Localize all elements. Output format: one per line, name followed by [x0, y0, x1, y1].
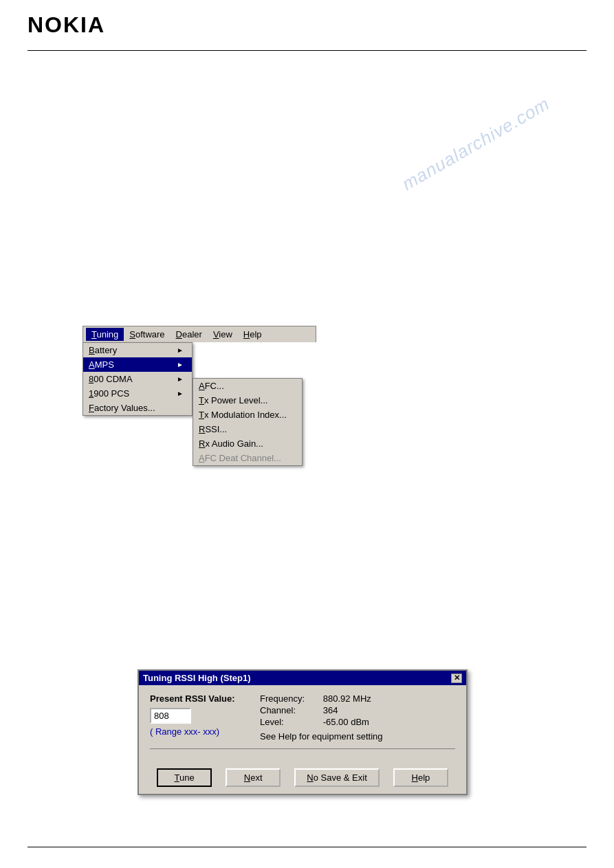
dropdown-battery-label: Battery — [89, 345, 117, 355]
dropdown-800cdma-label: 800 CDMA — [89, 374, 133, 384]
tuning-rssi-dialog: Tuning RSSI High (Step1) ✕ Present RSSI … — [138, 669, 468, 795]
submenu-tx-power-label: Tx Power Level... — [199, 395, 267, 405]
menubar: Tuning Software Dealer View Help — [83, 326, 316, 342]
amps-submenu: AFC... Tx Power Level... Tx Modulation I… — [193, 378, 303, 466]
submenu-tx-power-level[interactable]: Tx Power Level... — [193, 393, 302, 408]
nokia-logo: NOKIA — [28, 12, 586, 38]
menu-tuning-label: Tuning — [91, 329, 118, 340]
main-content: manualarchive.com Tuning Software Dealer… — [0, 51, 614, 430]
menu-view[interactable]: View — [208, 328, 238, 341]
no-save-exit-label: No Save & Exit — [307, 772, 366, 783]
help-button-label: Help — [412, 772, 430, 783]
dialog-buttons: Tune Next No Save & Exit Help — [139, 764, 466, 794]
watermark: manualarchive.com — [398, 93, 553, 194]
frequency-grid: Frequency: 880.92 MHz Channel: 364 Level… — [260, 693, 383, 727]
help-button[interactable]: Help — [393, 768, 448, 787]
rssi-value-input[interactable] — [150, 708, 191, 724]
dropdown-amps[interactable]: AMPS ► — [83, 357, 192, 372]
footer-divider — [28, 847, 586, 847]
dropdown-800cdma[interactable]: 800 CDMA ► — [83, 372, 192, 386]
menu-help-label: Help — [243, 329, 262, 340]
submenu-rx-audio-gain[interactable]: Rx Audio Gain... — [193, 436, 302, 451]
dialog-body: Present RSSI Value: ( Range xxx- xxx) Fr… — [139, 685, 466, 764]
channel-value: 364 — [323, 705, 383, 715]
help-text: See Help for equipment setting — [260, 731, 383, 742]
dropdown-factory-values[interactable]: Factory Values... — [83, 401, 192, 415]
menu-software-label: Software — [129, 329, 164, 340]
no-save-exit-button[interactable]: No Save & Exit — [294, 768, 379, 787]
dropdown-1900pcs-label: 1900 PCS — [89, 388, 129, 399]
dropdown-container: Battery ► AMPS ► 800 CDMA ► 1900 PCS ► F… — [83, 342, 316, 416]
submenu-rx-audio-label: Rx Audio Gain... — [199, 438, 263, 449]
dropdown-battery[interactable]: Battery ► — [83, 343, 192, 357]
frequency-value: 880.92 MHz — [323, 693, 383, 704]
tune-button-label: Tune — [174, 772, 194, 783]
menu-dealer-label: Dealer — [176, 329, 202, 340]
level-label: Level: — [260, 717, 316, 727]
next-button[interactable]: Next — [226, 768, 281, 787]
menu-area: Tuning Software Dealer View Help Battery… — [83, 326, 316, 416]
tuning-dropdown: Battery ► AMPS ► 800 CDMA ► 1900 PCS ► F… — [83, 342, 193, 416]
level-value: -65.00 dBm — [323, 717, 383, 727]
submenu-afc-label: AFC... — [199, 381, 224, 391]
menu-software[interactable]: Software — [124, 328, 170, 341]
dialog-divider — [150, 748, 455, 749]
frequency-label: Frequency: — [260, 693, 316, 704]
menu-help[interactable]: Help — [238, 328, 267, 341]
dialog-titlebar: Tuning RSSI High (Step1) ✕ — [139, 671, 466, 685]
battery-arrow-icon: ► — [177, 346, 184, 354]
present-rssi-label: Present RSSI Value: — [150, 693, 246, 704]
menu-tuning[interactable]: Tuning — [86, 328, 124, 341]
1900pcs-arrow-icon: ► — [177, 390, 184, 397]
800cdma-arrow-icon: ► — [177, 375, 184, 383]
dialog-title: Tuning RSSI High (Step1) — [143, 673, 250, 683]
tune-button[interactable]: Tune — [157, 768, 212, 787]
dialog-info-grid: Frequency: 880.92 MHz Channel: 364 Level… — [260, 693, 383, 742]
submenu-rssi-label: RSSI... — [199, 424, 227, 434]
next-button-label: Next — [244, 772, 263, 783]
amps-arrow-icon: ► — [177, 361, 184, 368]
submenu-tx-modulation[interactable]: Tx Modulation Index... — [193, 408, 302, 422]
range-label: ( Range xxx- xxx) — [150, 726, 260, 737]
menu-view-label: View — [213, 329, 232, 340]
header: NOKIA — [0, 0, 614, 45]
submenu-afc-deat-label: AFC Deat Channel... — [199, 453, 281, 463]
submenu-tx-mod-label: Tx Modulation Index... — [199, 410, 287, 420]
dialog-close-button[interactable]: ✕ — [451, 674, 462, 683]
dropdown-1900pcs[interactable]: 1900 PCS ► — [83, 386, 192, 401]
submenu-afc-deat: AFC Deat Channel... — [193, 451, 302, 465]
dialog-rssi-left: Present RSSI Value: ( Range xxx- xxx) — [150, 693, 260, 737]
dialog-rssi-row: Present RSSI Value: ( Range xxx- xxx) Fr… — [150, 693, 455, 742]
menu-dealer[interactable]: Dealer — [171, 328, 208, 341]
submenu-afc[interactable]: AFC... — [193, 379, 302, 393]
submenu-rssi[interactable]: RSSI... — [193, 422, 302, 436]
channel-label: Channel: — [260, 705, 316, 715]
dropdown-factory-values-label: Factory Values... — [89, 403, 155, 413]
dropdown-amps-label: AMPS — [89, 359, 114, 370]
